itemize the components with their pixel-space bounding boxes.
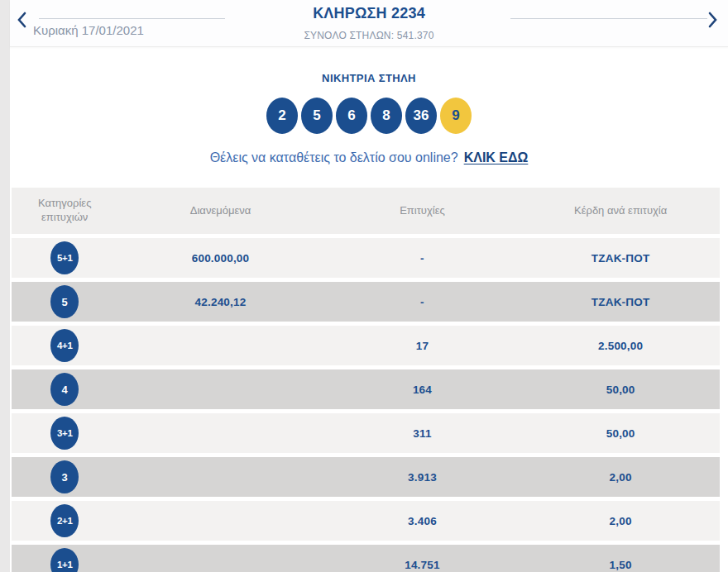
winning-number-ball: 5 bbox=[301, 98, 333, 134]
category-badge: 5+1 bbox=[50, 241, 79, 274]
column-header-categories: Κατηγορίες επιτυχιών bbox=[12, 197, 117, 225]
table-row: 4+1 17 2.500,00 bbox=[12, 326, 720, 365]
category-badge: 3+1 bbox=[50, 417, 79, 450]
table-row: 1+1 14.751 1,50 bbox=[12, 545, 720, 572]
prize-value: ΤΖΑΚ-ΠΟΤ bbox=[521, 252, 720, 265]
results-rows: 5+1 600.000,00 - ΤΖΑΚ-ΠΟΤ 5 42.240,12 - … bbox=[12, 238, 720, 572]
category-cell: 3 bbox=[12, 460, 117, 493]
next-draw-button[interactable] bbox=[703, 9, 723, 31]
prize-value: 2,00 bbox=[521, 515, 720, 527]
category-badge: 1+1 bbox=[50, 548, 79, 572]
prize-value: 2,00 bbox=[521, 471, 720, 484]
table-row: 3+1 311 50,00 bbox=[12, 413, 720, 453]
winners-value: 17 bbox=[323, 340, 522, 352]
winners-value: 3.406 bbox=[323, 515, 522, 527]
distributed-value: 600.000,00 bbox=[117, 252, 323, 265]
draw-main: ΝΙΚΗΤΡΙΑ ΣΤΗΛΗ 2568369 Θέλεις να καταθέτ… bbox=[10, 72, 728, 572]
category-badge: 3 bbox=[50, 460, 79, 493]
draw-header: ΚΛΗΡΩΣΗ 2234 ΣΥΝΟΛΟ ΣΤΗΛΩΝ: 541.370 Κυρι… bbox=[10, 0, 728, 47]
chevron-right-icon bbox=[708, 12, 718, 28]
category-cell: 3+1 bbox=[12, 417, 117, 450]
category-cell: 4 bbox=[12, 373, 117, 406]
category-badge: 5 bbox=[50, 285, 79, 318]
page-left-gutter bbox=[0, 0, 10, 572]
cta-text: Θέλεις να καταθέτεις το δελτίο σου onlin… bbox=[210, 150, 458, 164]
category-cell: 5+1 bbox=[12, 241, 117, 274]
category-badge: 4 bbox=[50, 373, 79, 406]
table-row: 4 164 50,00 bbox=[12, 369, 720, 409]
cta-link[interactable]: ΚΛΙΚ ΕΔΩ bbox=[464, 150, 529, 164]
column-header-prize: Κέρδη ανά επιτυχία bbox=[521, 204, 720, 218]
prize-value: 2.500,00 bbox=[521, 340, 720, 352]
table-row: 2+1 3.406 2,00 bbox=[12, 501, 720, 541]
winning-number-ball: 6 bbox=[336, 98, 367, 134]
winning-number-ball: 2 bbox=[266, 98, 298, 134]
prize-value: 50,00 bbox=[521, 427, 720, 440]
column-header-distributed: Διανεμόμενα bbox=[117, 204, 323, 218]
draw-date: Κυριακή 17/01/2021 bbox=[33, 23, 144, 37]
draw-title: ΚΛΗΡΩΣΗ 2234 bbox=[10, 5, 728, 22]
winners-value: - bbox=[323, 296, 522, 308]
category-badge: 4+1 bbox=[50, 329, 79, 362]
table-row: 3 3.913 2,00 bbox=[12, 457, 720, 497]
prize-value: 50,00 bbox=[521, 384, 720, 396]
category-badge: 2+1 bbox=[50, 504, 79, 537]
tzoker-draw-results-page: ΚΛΗΡΩΣΗ 2234 ΣΥΝΟΛΟ ΣΤΗΛΩΝ: 541.370 Κυρι… bbox=[0, 0, 728, 572]
winners-value: 3.913 bbox=[323, 471, 522, 484]
winners-value: 164 bbox=[323, 384, 522, 396]
table-row: 5 42.240,12 - ΤΖΑΚ-ΠΟΤ bbox=[12, 282, 720, 322]
winners-value: - bbox=[323, 252, 522, 265]
winning-numbers: 2568369 bbox=[10, 98, 728, 134]
winning-column-title: ΝΙΚΗΤΡΙΑ ΣΤΗΛΗ bbox=[10, 72, 728, 84]
distributed-value: 42.240,12 bbox=[117, 296, 323, 308]
page-content: ΚΛΗΡΩΣΗ 2234 ΣΥΝΟΛΟ ΣΤΗΛΩΝ: 541.370 Κυρι… bbox=[10, 0, 728, 572]
winners-value: 14.751 bbox=[323, 559, 522, 571]
winning-number-ball: 36 bbox=[405, 98, 437, 134]
category-cell: 1+1 bbox=[12, 548, 117, 572]
category-cell: 2+1 bbox=[12, 504, 117, 537]
prize-value: 1,50 bbox=[521, 559, 720, 571]
table-row: 5+1 600.000,00 - ΤΖΑΚ-ΠΟΤ bbox=[12, 238, 720, 278]
results-table: Κατηγορίες επιτυχιών Διανεμόμενα Επιτυχί… bbox=[12, 188, 720, 572]
prize-value: ΤΖΑΚ-ΠΟΤ bbox=[521, 296, 720, 308]
category-cell: 4+1 bbox=[12, 329, 117, 362]
joker-number-ball: 9 bbox=[440, 98, 472, 134]
cta-line: Θέλεις να καταθέτεις το δελτίο σου onlin… bbox=[10, 150, 728, 165]
winning-number-ball: 8 bbox=[371, 98, 402, 134]
column-header-winners: Επιτυχίες bbox=[323, 204, 522, 218]
category-cell: 5 bbox=[12, 285, 117, 318]
results-header-row: Κατηγορίες επιτυχιών Διανεμόμενα Επιτυχί… bbox=[12, 188, 720, 234]
winners-value: 311 bbox=[323, 427, 522, 440]
